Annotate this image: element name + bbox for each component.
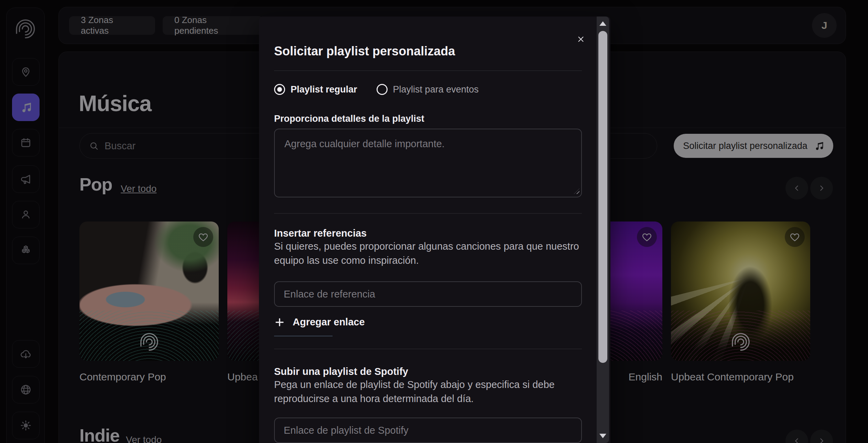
references-title: Insertar referencias bbox=[274, 228, 367, 239]
modal-title: Solicitar playlist personalizada bbox=[274, 44, 455, 58]
scrollbar-up-arrow[interactable] bbox=[599, 21, 606, 26]
close-icon bbox=[576, 35, 585, 44]
radio-selected-icon bbox=[274, 84, 285, 95]
scrollbar-down-arrow[interactable] bbox=[599, 434, 606, 438]
details-label: Proporciona detalles de la playlist bbox=[274, 114, 424, 124]
spotify-link-input[interactable] bbox=[274, 418, 582, 443]
radio-unselected-icon bbox=[377, 84, 388, 95]
radio-playlist-regular[interactable]: Playlist regular bbox=[274, 84, 357, 95]
add-link-button[interactable]: Agregar enlace bbox=[274, 316, 365, 328]
details-textarea[interactable] bbox=[274, 129, 582, 197]
radio-label: Playlist para eventos bbox=[393, 84, 479, 95]
modal-divider bbox=[274, 349, 582, 349]
reference-link-input[interactable] bbox=[274, 281, 582, 307]
radio-label: Playlist regular bbox=[291, 84, 357, 95]
spotify-title: Subir una playlist de Spotify bbox=[274, 366, 408, 377]
plus-icon bbox=[274, 317, 285, 328]
references-description: Si quieres, puedes proporcionar algunas … bbox=[274, 239, 584, 268]
close-button[interactable] bbox=[574, 32, 588, 46]
playlist-type-radio-group: Playlist regular Playlist para eventos bbox=[274, 84, 479, 95]
app-root: 3 Zonas activas 0 Zonas pendientes J Mús… bbox=[0, 0, 868, 443]
add-link-underline bbox=[274, 336, 333, 336]
modal-divider bbox=[274, 71, 582, 71]
radio-playlist-events[interactable]: Playlist para eventos bbox=[377, 84, 479, 95]
scrollbar-thumb[interactable] bbox=[598, 31, 607, 363]
spotify-description: Pega un enlace de playlist de Spotify ab… bbox=[274, 378, 577, 406]
modal-scrollbar[interactable] bbox=[597, 17, 609, 443]
request-playlist-modal: Solicitar playlist personalizada Playlis… bbox=[259, 17, 610, 443]
add-link-label: Agregar enlace bbox=[293, 316, 365, 328]
modal-divider bbox=[274, 213, 582, 214]
